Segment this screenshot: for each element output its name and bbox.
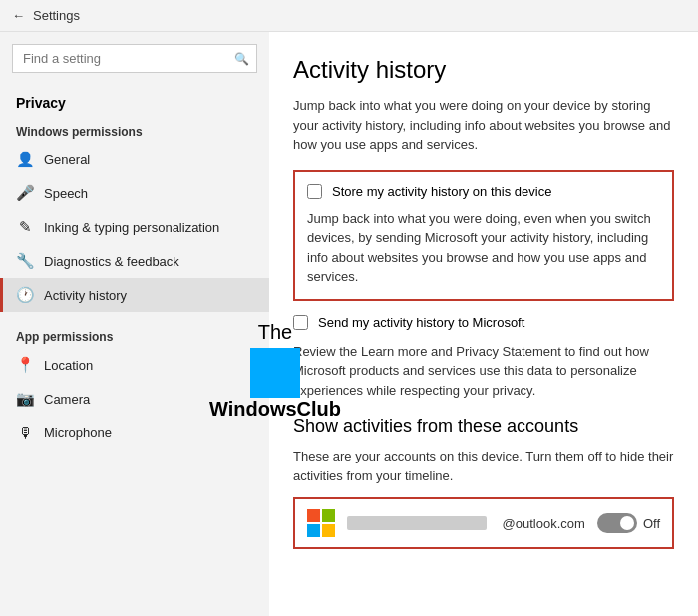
sidebar-item-general[interactable]: 👤 General xyxy=(0,143,269,176)
store-activity-desc: Jump back into what you were doing, even… xyxy=(307,209,660,287)
account-email-bar xyxy=(347,516,487,530)
sidebar-item-camera-label: Camera xyxy=(44,392,90,407)
sidebar-item-activity-label: Activity history xyxy=(44,288,127,303)
diagnostics-icon: 🔧 xyxy=(16,252,34,270)
search-icon: 🔍 xyxy=(234,52,249,66)
sidebar-item-location-label: Location xyxy=(44,358,93,373)
sidebar-item-camera[interactable]: 📷 Camera xyxy=(0,382,269,416)
search-container: 🔍 xyxy=(12,44,257,73)
location-icon: 📍 xyxy=(16,356,34,374)
send-activity-label: Send my activity history to Microsoft xyxy=(318,315,524,330)
sidebar-item-inking[interactable]: ✎ Inking & typing personalization xyxy=(0,210,269,244)
main-content: Activity history Jump back into what you… xyxy=(269,32,698,616)
store-activity-checkbox[interactable] xyxy=(307,184,322,199)
sidebar-item-activity[interactable]: 🕐 Activity history xyxy=(0,278,269,312)
inking-icon: ✎ xyxy=(16,218,34,236)
logo-blue xyxy=(307,524,320,537)
account-email: @outlook.com xyxy=(503,516,585,531)
camera-icon: 📷 xyxy=(16,390,34,408)
sidebar-item-inking-label: Inking & typing personalization xyxy=(44,220,219,235)
sidebar-item-diagnostics[interactable]: 🔧 Diagnostics & feedback xyxy=(0,244,269,278)
send-activity-checkbox[interactable] xyxy=(293,315,308,330)
toggle-container: Off xyxy=(597,513,660,533)
accounts-description: These are your accounts on this device. … xyxy=(293,447,674,485)
logo-red xyxy=(307,509,320,522)
account-row-box: @outlook.com Off xyxy=(293,497,674,549)
sidebar-item-speech-label: Speech xyxy=(44,186,88,201)
speech-icon: 🎤 xyxy=(16,184,34,202)
logo-green xyxy=(322,509,335,522)
microsoft-logo xyxy=(307,509,335,537)
store-activity-box: Store my activity history on this device… xyxy=(293,170,674,301)
app-permissions-label: App permissions xyxy=(0,324,269,348)
general-icon: 👤 xyxy=(16,151,34,168)
logo-yellow xyxy=(322,524,335,537)
store-activity-label: Store my activity history on this device xyxy=(332,184,551,199)
toggle-state-label: Off xyxy=(643,516,660,531)
back-button[interactable]: ← xyxy=(12,8,25,23)
microphone-icon: 🎙 xyxy=(16,424,34,441)
privacy-heading: Privacy xyxy=(0,87,269,119)
settings-title: Settings xyxy=(33,8,80,23)
sidebar-item-general-label: General xyxy=(44,153,90,167)
sidebar-item-microphone-label: Microphone xyxy=(44,425,112,440)
intro-description: Jump back into what you were doing on yo… xyxy=(293,96,674,154)
sidebar-item-diagnostics-label: Diagnostics & feedback xyxy=(44,254,179,269)
account-toggle[interactable] xyxy=(597,513,637,533)
privacy-description: Review the Learn more and Privacy Statem… xyxy=(293,342,674,401)
search-input[interactable] xyxy=(12,44,257,73)
sidebar: 🔍 Privacy Windows permissions 👤 General … xyxy=(0,32,269,616)
accounts-section-title: Show activities from these accounts xyxy=(293,416,674,437)
sidebar-item-microphone[interactable]: 🎙 Microphone xyxy=(0,416,269,449)
page-title: Activity history xyxy=(293,56,674,84)
sidebar-item-speech[interactable]: 🎤 Speech xyxy=(0,176,269,210)
activity-icon: 🕐 xyxy=(16,286,34,304)
sidebar-item-location[interactable]: 📍 Location xyxy=(0,348,269,382)
windows-permissions-label: Windows permissions xyxy=(0,119,269,143)
